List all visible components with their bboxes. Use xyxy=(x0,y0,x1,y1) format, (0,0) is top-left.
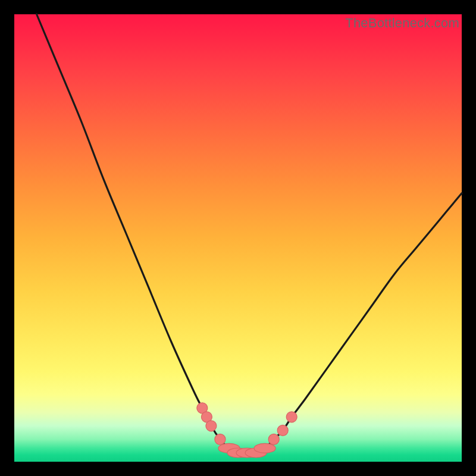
bottleneck-curve xyxy=(37,14,462,453)
chart-svg xyxy=(14,14,462,462)
curve-marker-bead xyxy=(215,434,226,444)
curve-marker-bead xyxy=(268,434,279,444)
curve-marker-bead xyxy=(286,412,297,422)
curve-marker-lozenge xyxy=(254,443,275,453)
curve-marker-bead xyxy=(206,421,217,431)
curve-markers xyxy=(197,403,297,458)
curve-marker-bead xyxy=(277,425,288,436)
